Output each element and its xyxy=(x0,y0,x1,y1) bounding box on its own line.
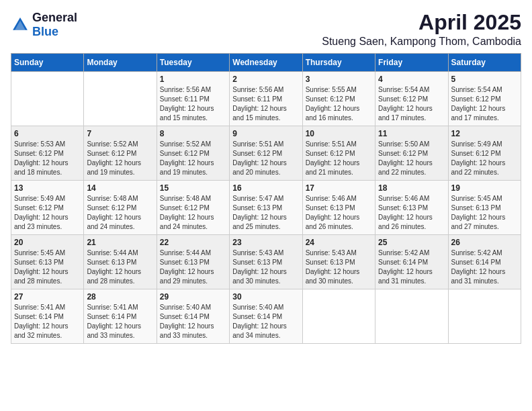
calendar-cell: 6Sunrise: 5:53 AMSunset: 6:12 PMDaylight… xyxy=(11,126,84,181)
calendar-cell: 16Sunrise: 5:47 AMSunset: 6:13 PMDayligh… xyxy=(230,181,302,235)
calendar-cell: 5Sunrise: 5:54 AMSunset: 6:12 PMDaylight… xyxy=(448,72,521,126)
day-number: 28 xyxy=(87,292,153,302)
day-header-saturday: Saturday xyxy=(448,54,521,72)
day-number: 12 xyxy=(451,129,518,138)
day-header-friday: Friday xyxy=(375,54,448,72)
calendar-cell: 12Sunrise: 5:49 AMSunset: 6:12 PMDayligh… xyxy=(448,126,521,181)
logo-icon xyxy=(11,15,30,34)
day-detail: Sunrise: 5:42 AMSunset: 6:14 PMDaylight:… xyxy=(451,248,518,286)
calendar-cell: 14Sunrise: 5:48 AMSunset: 6:12 PMDayligh… xyxy=(84,181,157,235)
day-detail: Sunrise: 5:44 AMSunset: 6:13 PMDaylight:… xyxy=(160,248,226,286)
day-detail: Sunrise: 5:44 AMSunset: 6:13 PMDaylight:… xyxy=(87,248,153,286)
day-number: 19 xyxy=(451,183,518,193)
day-detail: Sunrise: 5:45 AMSunset: 6:13 PMDaylight:… xyxy=(451,194,518,232)
calendar-table: SundayMondayTuesdayWednesdayThursdayFrid… xyxy=(11,53,521,344)
calendar-cell: 7Sunrise: 5:52 AMSunset: 6:12 PMDaylight… xyxy=(84,126,157,181)
day-number: 21 xyxy=(87,238,153,247)
day-detail: Sunrise: 5:50 AMSunset: 6:12 PMDaylight:… xyxy=(378,140,445,177)
day-number: 24 xyxy=(306,238,372,247)
calendar-header-row: SundayMondayTuesdayWednesdayThursdayFrid… xyxy=(11,54,521,72)
calendar-cell: 3Sunrise: 5:55 AMSunset: 6:12 PMDaylight… xyxy=(302,72,375,126)
day-detail: Sunrise: 5:52 AMSunset: 6:12 PMDaylight:… xyxy=(160,140,226,177)
day-number: 27 xyxy=(14,292,81,302)
calendar-cell: 25Sunrise: 5:42 AMSunset: 6:14 PMDayligh… xyxy=(375,235,448,289)
day-detail: Sunrise: 5:45 AMSunset: 6:13 PMDaylight:… xyxy=(14,248,81,286)
day-number: 16 xyxy=(232,183,299,193)
calendar-cell: 24Sunrise: 5:43 AMSunset: 6:13 PMDayligh… xyxy=(302,235,375,289)
day-detail: Sunrise: 5:56 AMSunset: 6:11 PMDaylight:… xyxy=(160,85,226,123)
day-detail: Sunrise: 5:41 AMSunset: 6:14 PMDaylight:… xyxy=(87,303,153,340)
day-number: 8 xyxy=(160,129,226,138)
day-detail: Sunrise: 5:54 AMSunset: 6:12 PMDaylight:… xyxy=(378,85,445,123)
calendar-week-row: 13Sunrise: 5:49 AMSunset: 6:12 PMDayligh… xyxy=(11,181,521,235)
day-detail: Sunrise: 5:52 AMSunset: 6:12 PMDaylight:… xyxy=(87,140,153,177)
calendar-cell: 26Sunrise: 5:42 AMSunset: 6:14 PMDayligh… xyxy=(448,235,521,289)
calendar-cell: 22Sunrise: 5:44 AMSunset: 6:13 PMDayligh… xyxy=(157,235,229,289)
day-number: 20 xyxy=(14,238,81,247)
day-detail: Sunrise: 5:46 AMSunset: 6:13 PMDaylight:… xyxy=(306,194,372,232)
day-detail: Sunrise: 5:54 AMSunset: 6:12 PMDaylight:… xyxy=(451,85,518,123)
day-header-wednesday: Wednesday xyxy=(230,54,302,72)
calendar-cell: 19Sunrise: 5:45 AMSunset: 6:13 PMDayligh… xyxy=(448,181,521,235)
day-number: 14 xyxy=(87,183,153,193)
day-number: 10 xyxy=(306,129,372,138)
calendar-week-row: 6Sunrise: 5:53 AMSunset: 6:12 PMDaylight… xyxy=(11,126,521,181)
day-number: 15 xyxy=(160,183,226,193)
day-number: 9 xyxy=(232,129,299,138)
calendar-cell: 20Sunrise: 5:45 AMSunset: 6:13 PMDayligh… xyxy=(11,235,84,289)
calendar-cell xyxy=(448,289,521,344)
day-number: 2 xyxy=(232,75,299,84)
calendar-cell: 27Sunrise: 5:41 AMSunset: 6:14 PMDayligh… xyxy=(11,289,84,344)
day-detail: Sunrise: 5:48 AMSunset: 6:12 PMDaylight:… xyxy=(160,194,226,232)
calendar-cell: 15Sunrise: 5:48 AMSunset: 6:12 PMDayligh… xyxy=(157,181,229,235)
day-detail: Sunrise: 5:51 AMSunset: 6:12 PMDaylight:… xyxy=(306,140,372,177)
day-number: 11 xyxy=(378,129,445,138)
calendar-title: April 2025 xyxy=(322,11,521,34)
day-detail: Sunrise: 5:46 AMSunset: 6:13 PMDaylight:… xyxy=(378,194,445,232)
day-header-sunday: Sunday xyxy=(11,54,84,72)
day-number: 7 xyxy=(87,129,153,138)
calendar-week-row: 20Sunrise: 5:45 AMSunset: 6:13 PMDayligh… xyxy=(11,235,521,289)
page-header: General Blue April 2025 Stueng Saen, Kam… xyxy=(11,11,521,48)
calendar-cell: 1Sunrise: 5:56 AMSunset: 6:11 PMDaylight… xyxy=(157,72,229,126)
day-detail: Sunrise: 5:43 AMSunset: 6:13 PMDaylight:… xyxy=(232,248,299,286)
day-detail: Sunrise: 5:51 AMSunset: 6:12 PMDaylight:… xyxy=(232,140,299,177)
calendar-cell: 28Sunrise: 5:41 AMSunset: 6:14 PMDayligh… xyxy=(84,289,157,344)
day-detail: Sunrise: 5:56 AMSunset: 6:11 PMDaylight:… xyxy=(232,85,299,123)
day-number: 23 xyxy=(232,238,299,247)
logo-text: General Blue xyxy=(32,11,77,39)
day-detail: Sunrise: 5:53 AMSunset: 6:12 PMDaylight:… xyxy=(14,140,81,177)
calendar-cell: 8Sunrise: 5:52 AMSunset: 6:12 PMDaylight… xyxy=(157,126,229,181)
title-block: April 2025 Stueng Saen, Kampong Thom, Ca… xyxy=(322,11,521,48)
day-detail: Sunrise: 5:40 AMSunset: 6:14 PMDaylight:… xyxy=(232,303,299,340)
calendar-week-row: 27Sunrise: 5:41 AMSunset: 6:14 PMDayligh… xyxy=(11,289,521,344)
calendar-cell: 10Sunrise: 5:51 AMSunset: 6:12 PMDayligh… xyxy=(302,126,375,181)
day-detail: Sunrise: 5:43 AMSunset: 6:13 PMDaylight:… xyxy=(306,248,372,286)
calendar-cell: 4Sunrise: 5:54 AMSunset: 6:12 PMDaylight… xyxy=(375,72,448,126)
day-detail: Sunrise: 5:47 AMSunset: 6:13 PMDaylight:… xyxy=(232,194,299,232)
day-header-monday: Monday xyxy=(84,54,157,72)
day-detail: Sunrise: 5:49 AMSunset: 6:12 PMDaylight:… xyxy=(451,140,518,177)
day-number: 1 xyxy=(160,75,226,84)
day-detail: Sunrise: 5:41 AMSunset: 6:14 PMDaylight:… xyxy=(14,303,81,340)
day-number: 26 xyxy=(451,238,518,247)
day-number: 29 xyxy=(160,292,226,302)
calendar-cell: 30Sunrise: 5:40 AMSunset: 6:14 PMDayligh… xyxy=(230,289,302,344)
day-detail: Sunrise: 5:49 AMSunset: 6:12 PMDaylight:… xyxy=(14,194,81,232)
day-detail: Sunrise: 5:55 AMSunset: 6:12 PMDaylight:… xyxy=(306,85,372,123)
calendar-cell: 29Sunrise: 5:40 AMSunset: 6:14 PMDayligh… xyxy=(157,289,229,344)
day-number: 3 xyxy=(306,75,372,84)
day-number: 6 xyxy=(14,129,81,138)
calendar-cell: 9Sunrise: 5:51 AMSunset: 6:12 PMDaylight… xyxy=(230,126,302,181)
day-header-tuesday: Tuesday xyxy=(157,54,229,72)
day-detail: Sunrise: 5:40 AMSunset: 6:14 PMDaylight:… xyxy=(160,303,226,340)
calendar-cell: 21Sunrise: 5:44 AMSunset: 6:13 PMDayligh… xyxy=(84,235,157,289)
day-number: 18 xyxy=(378,183,445,193)
logo-general: General xyxy=(32,11,77,24)
calendar-cell: 17Sunrise: 5:46 AMSunset: 6:13 PMDayligh… xyxy=(302,181,375,235)
day-number: 13 xyxy=(14,183,81,193)
calendar-subtitle: Stueng Saen, Kampong Thom, Cambodia xyxy=(322,36,521,48)
calendar-cell: 18Sunrise: 5:46 AMSunset: 6:13 PMDayligh… xyxy=(375,181,448,235)
day-detail: Sunrise: 5:48 AMSunset: 6:12 PMDaylight:… xyxy=(87,194,153,232)
calendar-cell: 11Sunrise: 5:50 AMSunset: 6:12 PMDayligh… xyxy=(375,126,448,181)
